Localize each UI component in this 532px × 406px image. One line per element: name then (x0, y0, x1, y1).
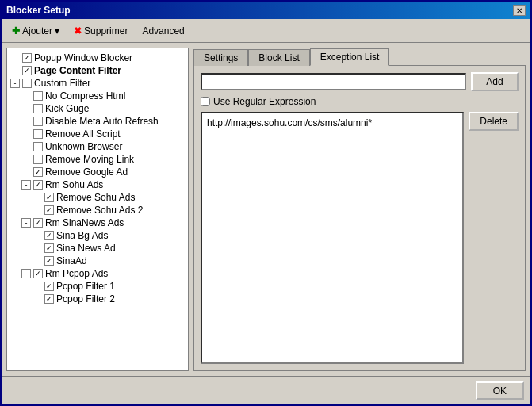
expand-icon-rm-pcpop[interactable]: - (21, 269, 31, 278)
tree-label-remove-sohu1: Remove Sohu Ads (56, 192, 135, 203)
expand-icon-rm-sohu[interactable]: - (21, 180, 31, 190)
tree-label-disable-meta: Disable Meta Auto Refresh (45, 116, 159, 127)
checkbox-popup-blocker[interactable] (22, 53, 32, 63)
tree-item-kick-guge[interactable]: Kick Guge (7, 102, 188, 115)
right-panel: Settings Block List Exception List Add (193, 48, 526, 371)
checkbox-remove-moving[interactable] (33, 155, 43, 164)
ok-button[interactable]: OK (476, 381, 524, 400)
checkbox-disable-meta[interactable] (33, 117, 43, 126)
tab-block-list-label: Block List (258, 52, 299, 63)
title-bar: Blocker Setup ✕ (2, 2, 530, 19)
add-icon: ✚ (12, 25, 20, 36)
expand-icon-custom-filter[interactable]: - (10, 79, 20, 88)
toolbar: ✚ Ajouter ▾ ✖ Supprimer Advanced (2, 19, 530, 43)
checkbox-rm-pcpop[interactable] (33, 269, 43, 278)
tree-label-pcpop-filter1: Pcpop Filter 1 (56, 281, 115, 292)
expand-icon-rm-sina[interactable]: - (21, 218, 31, 228)
checkbox-rm-sohu[interactable] (33, 180, 43, 190)
regex-checkbox-row: Use Regular Expression (201, 96, 519, 107)
advanced-button[interactable]: Advanced (136, 23, 189, 39)
tree-label-remove-sohu2: Remove Sohu Ads 2 (56, 205, 143, 216)
tree-label-sina-news: Sina News Ad (56, 243, 116, 254)
list-buttons: Delete (469, 112, 519, 364)
delete-icon: ✖ (74, 25, 82, 36)
tree-item-rm-sohu[interactable]: -Rm Sohu Ads (7, 178, 188, 191)
tree-item-remove-sohu1[interactable]: Remove Sohu Ads (7, 191, 188, 204)
tree-label-unknown-browser: Unknown Browser (45, 141, 122, 152)
checkbox-pcpop-filter2[interactable] (44, 294, 54, 304)
tree-item-disable-meta[interactable]: Disable Meta Auto Refresh (7, 115, 188, 128)
tree-item-remove-script[interactable]: Remove All Script (7, 128, 188, 140)
tree-item-no-compress[interactable]: No Compress Html (7, 90, 188, 102)
filter-tree[interactable]: Popup Window BlockerPage Content Filter-… (6, 48, 189, 371)
tree-item-popup-blocker[interactable]: Popup Window Blocker (7, 52, 188, 64)
tree-item-pcpop-filter1[interactable]: Pcpop Filter 1 (7, 280, 188, 293)
tree-item-remove-sohu2[interactable]: Remove Sohu Ads 2 (7, 204, 188, 216)
checkbox-remove-script[interactable] (33, 129, 43, 139)
checkbox-sina-news[interactable] (44, 243, 54, 253)
exception-list-box[interactable]: http://images.sohu.com/cs/sms/alumni* (201, 112, 464, 364)
tree-item-unknown-browser[interactable]: Unknown Browser (7, 140, 188, 153)
use-regex-checkbox[interactable] (201, 97, 210, 106)
checkbox-page-content[interactable] (22, 66, 32, 75)
use-regex-label: Use Regular Expression (213, 96, 316, 107)
tree-item-sina-bg[interactable]: Sina Bg Ads (7, 229, 188, 242)
tree-label-rm-sina: Rm SinaNews Ads (45, 217, 124, 228)
blocker-setup-window: Blocker Setup ✕ ✚ Ajouter ▾ ✖ Supprimer … (0, 0, 532, 406)
list-item[interactable]: http://images.sohu.com/cs/sms/alumni* (205, 117, 459, 129)
tree-item-rm-sina[interactable]: -Rm SinaNews Ads (7, 216, 188, 229)
tab-exception-list[interactable]: Exception List (310, 48, 390, 66)
delete-label: Supprimer (84, 25, 128, 36)
tab-settings-label: Settings (204, 52, 238, 63)
tree-label-kick-guge: Kick Guge (45, 103, 89, 114)
tree-label-no-compress: No Compress Html (45, 90, 125, 102)
tab-content-exception-list: Add Use Regular Expression http://images… (193, 65, 526, 371)
exception-input[interactable] (201, 73, 466, 90)
checkbox-custom-filter[interactable] (22, 79, 32, 88)
tab-bar: Settings Block List Exception List (193, 48, 526, 65)
tree-label-rm-pcpop: Rm Pcpop Ads (45, 268, 108, 279)
tree-label-remove-moving: Remove Moving Link (45, 154, 134, 165)
tab-settings[interactable]: Settings (193, 49, 248, 66)
tree-item-sinaad[interactable]: SinaAd (7, 255, 188, 267)
tree-label-popup-blocker: Popup Window Blocker (34, 52, 132, 63)
tree-item-rm-pcpop[interactable]: -Rm Pcpop Ads (7, 267, 188, 280)
tree-label-remove-script: Remove All Script (45, 128, 121, 140)
add-button[interactable]: ✚ Ajouter ▾ (6, 23, 65, 39)
checkbox-sina-bg[interactable] (44, 231, 54, 240)
tree-item-page-content[interactable]: Page Content Filter (7, 64, 188, 77)
main-content: Popup Window BlockerPage Content Filter-… (2, 43, 530, 376)
bottom-bar: OK (2, 376, 530, 404)
tab-exception-list-label: Exception List (320, 52, 380, 63)
checkbox-no-compress[interactable] (33, 91, 43, 101)
close-button[interactable]: ✕ (513, 5, 526, 16)
tree-label-custom-filter: Custom Filter (34, 78, 90, 89)
advanced-label: Advanced (142, 25, 184, 36)
checkbox-unknown-browser[interactable] (33, 142, 43, 151)
tree-item-remove-google[interactable]: Remove Google Ad (7, 166, 188, 178)
tree-item-pcpop-filter2[interactable]: Pcpop Filter 2 (7, 293, 188, 305)
checkbox-kick-guge[interactable] (33, 104, 43, 113)
tree-item-remove-moving[interactable]: Remove Moving Link (7, 153, 188, 166)
tree-label-sina-bg: Sina Bg Ads (56, 230, 108, 241)
checkbox-remove-sohu2[interactable] (44, 205, 54, 215)
delete-button[interactable]: ✖ Supprimer (68, 23, 133, 39)
tree-label-rm-sohu: Rm Sohu Ads (45, 179, 103, 190)
add-exception-button[interactable]: Add (471, 72, 519, 91)
tree-label-remove-google: Remove Google Ad (45, 167, 128, 178)
list-area: http://images.sohu.com/cs/sms/alumni* De… (201, 112, 519, 364)
checkbox-rm-sina[interactable] (33, 218, 43, 228)
checkbox-remove-sohu1[interactable] (44, 193, 54, 202)
window-title: Blocker Setup (6, 5, 71, 16)
add-label: Ajouter (22, 25, 52, 36)
add-dropdown-icon: ▾ (55, 25, 59, 36)
delete-exception-button[interactable]: Delete (469, 112, 519, 131)
tree-label-pcpop-filter2: Pcpop Filter 2 (56, 293, 115, 304)
checkbox-sinaad[interactable] (44, 256, 54, 266)
tree-label-sinaad: SinaAd (56, 255, 87, 266)
tree-item-custom-filter[interactable]: -Custom Filter (7, 77, 188, 90)
tree-item-sina-news[interactable]: Sina News Ad (7, 242, 188, 255)
checkbox-pcpop-filter1[interactable] (44, 282, 54, 291)
tab-block-list[interactable]: Block List (248, 49, 309, 66)
checkbox-remove-google[interactable] (33, 167, 43, 177)
